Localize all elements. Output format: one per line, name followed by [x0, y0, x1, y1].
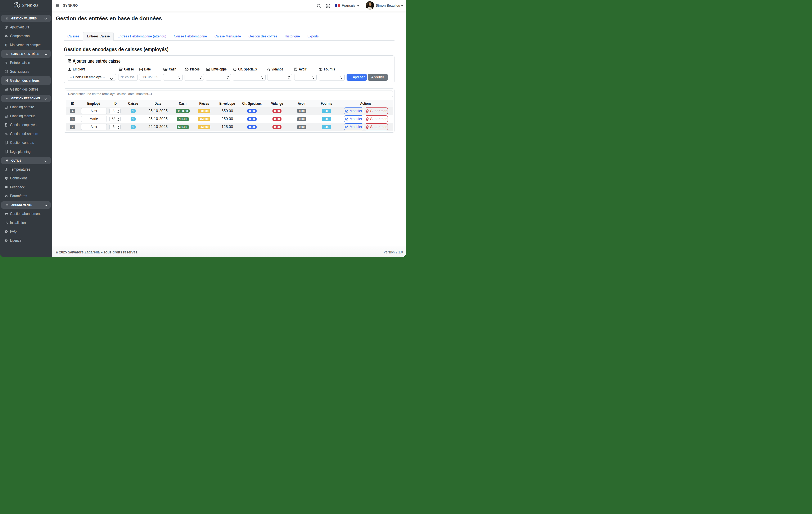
svg-text:$: $ — [186, 68, 187, 70]
svg-text:S: S — [16, 2, 18, 8]
svg-text:$: $ — [6, 63, 7, 64]
svg-text:19: 19 — [140, 68, 142, 70]
svg-text:Aug: Aug — [5, 116, 7, 117]
svg-text:?: ? — [6, 231, 7, 233]
